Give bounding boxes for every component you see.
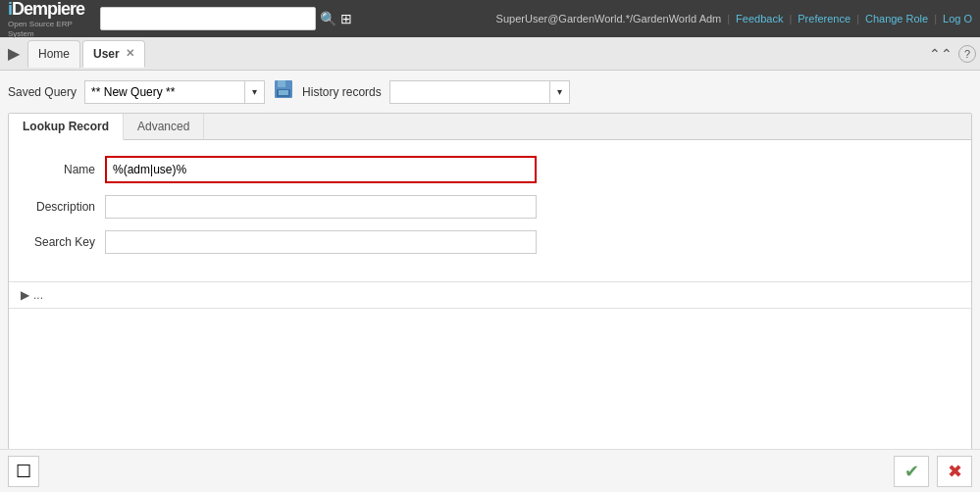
save-icon <box>273 78 294 100</box>
search-input[interactable] <box>100 7 316 30</box>
search-icon[interactable]: 🔍 <box>320 11 336 26</box>
description-row: Description <box>17 195 963 219</box>
svg-rect-3 <box>279 90 288 95</box>
tab-panel: Lookup Record Advanced Name Description … <box>8 113 972 485</box>
logo-text: iDempiere <box>8 0 84 20</box>
toolbar: Saved Query ▾ History records ▾ <box>8 78 972 105</box>
content-area: Saved Query ▾ History records ▾ <box>0 71 980 492</box>
saved-query-input[interactable] <box>84 80 245 104</box>
form-area: Name Description Search Key <box>9 140 971 281</box>
history-dropdown-arrow: ▾ <box>557 86 562 97</box>
org-icon[interactable]: ⊞ <box>340 11 352 26</box>
logo-subtitle: Open Source ERP System <box>8 20 77 38</box>
dropdown-arrow: ▾ <box>252 86 257 97</box>
topbar: iDempiere Open Source ERP System 🔍 ⊞ Sup… <box>0 0 980 37</box>
collapse-button[interactable]: ⌃⌃ <box>929 46 953 62</box>
preference-link[interactable]: Preference <box>798 13 851 25</box>
logout-link[interactable]: Log O <box>943 13 972 25</box>
expand-row[interactable]: ▶ ... <box>9 281 971 308</box>
name-input[interactable] <box>105 156 537 183</box>
lookup-tab-label: Lookup Record <box>23 120 109 133</box>
navbar: ▶ Home User ✕ ⌃⌃ ? <box>0 37 980 71</box>
search-key-label: Search Key <box>17 235 105 249</box>
description-input[interactable] <box>105 195 537 219</box>
help-button[interactable]: ? <box>958 45 976 63</box>
tab-advanced[interactable]: Advanced <box>124 114 204 139</box>
cancel-button[interactable]: ✖ <box>937 456 972 487</box>
tab-headers: Lookup Record Advanced <box>9 114 971 140</box>
saved-query-label: Saved Query <box>8 85 77 99</box>
saved-query-dropdown[interactable]: ▾ <box>245 80 265 104</box>
user-info: SuperUser@GardenWorld.*/GardenWorld Adm <box>496 13 722 25</box>
saved-query-control: ▾ <box>84 80 265 104</box>
history-control: ▾ <box>389 80 570 104</box>
history-input[interactable] <box>389 80 550 104</box>
svg-rect-1 <box>278 80 285 87</box>
tab-user-close[interactable]: ✕ <box>126 47 134 60</box>
confirm-icon: ✔ <box>904 461 919 482</box>
new-record-icon: ☐ <box>16 461 31 482</box>
bottom-bar: ☐ ✔ ✖ <box>0 449 980 492</box>
history-dropdown[interactable]: ▾ <box>550 80 570 104</box>
logo-area: iDempiere Open Source ERP System <box>8 0 84 38</box>
feedback-link[interactable]: Feedback <box>736 13 783 25</box>
expand-arrow: ▶ <box>21 288 29 302</box>
advanced-tab-label: Advanced <box>137 120 189 133</box>
tab-user[interactable]: User ✕ <box>82 40 145 68</box>
tab-user-label: User <box>93 47 120 61</box>
name-row: Name <box>17 156 963 183</box>
name-label: Name <box>17 163 105 176</box>
ellipsis-text: ... <box>33 288 43 302</box>
description-label: Description <box>17 200 105 214</box>
change-role-link[interactable]: Change Role <box>865 13 928 25</box>
action-buttons: ✔ ✖ <box>894 456 972 487</box>
tab-home-label: Home <box>38 47 70 61</box>
navbar-right: ⌃⌃ ? <box>929 45 976 63</box>
save-query-button[interactable] <box>273 78 294 105</box>
search-key-input[interactable] <box>105 230 537 254</box>
search-key-row: Search Key <box>17 230 963 254</box>
new-record-button[interactable]: ☐ <box>8 456 39 487</box>
nav-toggle-button[interactable]: ▶ <box>4 40 24 67</box>
topbar-right: SuperUser@GardenWorld.*/GardenWorld Adm … <box>496 0 972 37</box>
confirm-button[interactable]: ✔ <box>894 456 929 487</box>
cancel-icon: ✖ <box>948 461 962 482</box>
history-label: History records <box>302 85 382 99</box>
tab-lookup-record[interactable]: Lookup Record <box>9 114 124 140</box>
tab-home[interactable]: Home <box>27 40 80 68</box>
